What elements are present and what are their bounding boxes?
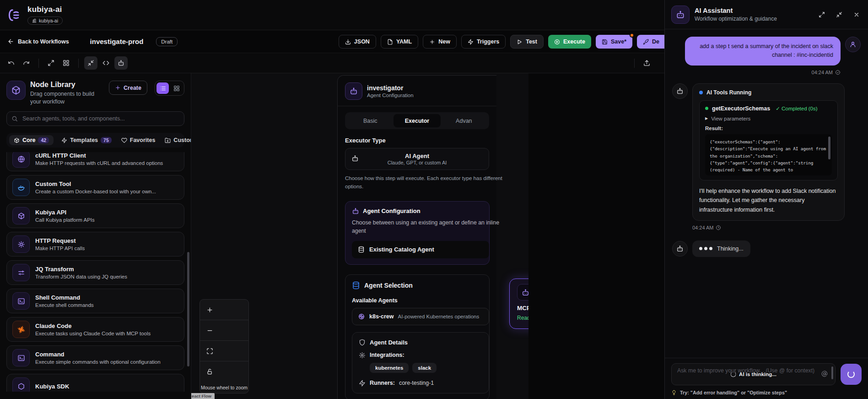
tool-result-code[interactable]: {"executorSchemas":{"agent": {"descripti…: [705, 134, 832, 175]
minimize-icon: [836, 11, 842, 18]
heart-icon: [121, 137, 127, 143]
code-view-button[interactable]: [99, 56, 113, 70]
agent-option-k8s-crew[interactable]: k8s-crew AI-powered Kubernetes operation…: [352, 308, 489, 325]
view-toggle: [155, 81, 184, 96]
node-card-curl[interactable]: cURL HTTP ClientMake HTTP requests with …: [6, 152, 184, 171]
app-title: kubiya-ai: [27, 5, 63, 14]
input-row: Ask me to improve your workflow... (Use …: [671, 363, 862, 385]
node-list: cURL HTTP ClientMake HTTP requests with …: [6, 152, 184, 392]
share-button[interactable]: [640, 56, 653, 70]
collapse-view-button[interactable]: [84, 56, 97, 70]
package-icon: [11, 86, 21, 95]
page-subtitle: Drag components to build your workflow: [30, 90, 103, 105]
integration-badge: kubernetes: [370, 363, 409, 373]
zoom-out-button[interactable]: [200, 320, 248, 341]
layout-grid-button[interactable]: [59, 56, 73, 70]
node-tile: [12, 377, 30, 392]
app-window: kubiya-ai kubiya-ai Back to Workflows in…: [0, 0, 868, 399]
ai-assistant-toggle-button[interactable]: [114, 56, 128, 70]
spinner-icon: [730, 372, 736, 377]
undo-button[interactable]: [5, 56, 18, 70]
tab-templates[interactable]: Templates 75: [59, 135, 113, 145]
grid-icon: [63, 60, 70, 66]
zoom-in-button[interactable]: [200, 300, 248, 320]
database-icon: [352, 281, 360, 290]
config-header: investigator Agent Configuration: [345, 82, 489, 100]
existing-catalog-agent-button[interactable]: Existing Catalog Agent: [352, 241, 489, 258]
yaml-button[interactable]: YAML: [381, 35, 418, 49]
create-node-button[interactable]: Create: [109, 81, 147, 95]
cube-icon: [17, 212, 25, 220]
brain-icon: [358, 313, 365, 320]
assistant-tile: [671, 5, 690, 24]
fit-view-icon: [206, 348, 213, 355]
node-card-claude-code[interactable]: Claude CodeExecute tasks using Claude Co…: [6, 317, 184, 342]
view-parameters-toggle[interactable]: ▶ View parameters: [705, 116, 832, 121]
main-column: kubiya-ai kubiya-ai Back to Workflows in…: [0, 0, 664, 399]
sliders-icon: [17, 269, 25, 277]
expand-panel-button[interactable]: [817, 10, 827, 20]
fit-view-button[interactable]: [200, 341, 248, 361]
typing-dots: [699, 247, 712, 250]
workflow-node-mcp[interactable]: MCP Ready: [509, 279, 528, 329]
input-scrollbar[interactable]: [831, 366, 833, 379]
send-button[interactable]: [841, 364, 862, 385]
executor-select[interactable]: AI Agent Claude, GPT, or custom AI: [345, 148, 489, 170]
result-label: Result:: [705, 126, 832, 131]
tool-name: getExecutorSchemas: [712, 105, 770, 112]
shield-icon: [359, 339, 366, 346]
node-card-kubiya-sdk[interactable]: Kubiya SDK: [6, 374, 184, 392]
bot-icon: [522, 289, 529, 296]
user-message-time: 04:24 AM: [672, 70, 841, 75]
tab-custom[interactable]: Custom 7: [163, 135, 191, 145]
lock-button[interactable]: [200, 361, 248, 382]
tool-call-header: getExecutorSchemas ✓ Completed (0s): [705, 105, 832, 112]
tab-executor[interactable]: Executor: [394, 114, 440, 127]
new-button[interactable]: New: [423, 35, 457, 49]
tab-core[interactable]: Core 42: [9, 135, 54, 145]
tab-advanced[interactable]: Advan: [441, 114, 487, 127]
download-icon: [345, 39, 351, 45]
user-message-bubble: add a step t send a summary of the incid…: [685, 37, 841, 66]
status-dot: [699, 91, 703, 94]
assistant-input[interactable]: Ask me to improve your workflow... (Use …: [671, 363, 836, 385]
test-button[interactable]: Test: [510, 35, 544, 49]
close-panel-button[interactable]: [852, 10, 862, 20]
node-tile: [12, 152, 30, 168]
zoom-controls: Mouse wheel to zoom: [199, 299, 249, 394]
back-to-workflows-link[interactable]: Back to Workflows: [7, 38, 69, 45]
minimize-panel-button[interactable]: [834, 10, 844, 20]
deploy-button[interactable]: De: [637, 35, 664, 49]
node-card-http-request[interactable]: HTTP RequestMake HTTP API calls: [6, 232, 184, 257]
org-badge[interactable]: kubiya-ai: [27, 16, 63, 25]
node-card-command[interactable]: CommandExecute simple commands with opti…: [6, 345, 184, 370]
node-card-kubiya-api[interactable]: Kubiya APICall Kubiya platform APIs: [6, 203, 184, 228]
library-titles: Node Library Drag components to build yo…: [30, 81, 104, 105]
node-card-shell-command[interactable]: Shell CommandExecute shell commands: [6, 289, 184, 313]
code-scrollbar[interactable]: [828, 137, 830, 159]
at-sign-icon[interactable]: [821, 371, 828, 377]
json-button[interactable]: JSON: [339, 35, 376, 49]
expand-view-button[interactable]: [44, 56, 58, 70]
starburst-icon: [17, 326, 25, 333]
list-view-button[interactable]: [156, 82, 169, 94]
save-button[interactable]: Save*: [596, 35, 632, 49]
toolbar-divider: [38, 59, 39, 68]
react-flow-attribution[interactable]: React Flow: [191, 393, 215, 399]
user-message-row: add a step t send a summary of the incid…: [672, 37, 861, 66]
node-card-jq-transform[interactable]: JQ TransformTransform JSON data using JQ…: [6, 260, 184, 285]
node-card-custom-tool[interactable]: Custom ToolCreate a custom Docker-based …: [6, 175, 184, 200]
agent-tile: [345, 82, 362, 100]
save-icon: [602, 39, 608, 45]
search-input[interactable]: [6, 111, 184, 126]
sidebar-scrollbar[interactable]: [187, 252, 189, 366]
assistant-footer: Ask me to improve your workflow... (Use …: [665, 358, 868, 399]
kubiya-logo-icon: [7, 7, 21, 23]
grid-view-button[interactable]: [170, 82, 183, 94]
tab-basic[interactable]: Basic: [347, 114, 394, 127]
redo-button[interactable]: [20, 56, 33, 70]
execute-button[interactable]: Execute: [548, 35, 591, 49]
triggers-button[interactable]: Triggers: [461, 35, 506, 49]
zoom-hint: Mouse wheel to zoom: [200, 382, 248, 393]
tab-favorites[interactable]: Favorites: [119, 135, 157, 145]
